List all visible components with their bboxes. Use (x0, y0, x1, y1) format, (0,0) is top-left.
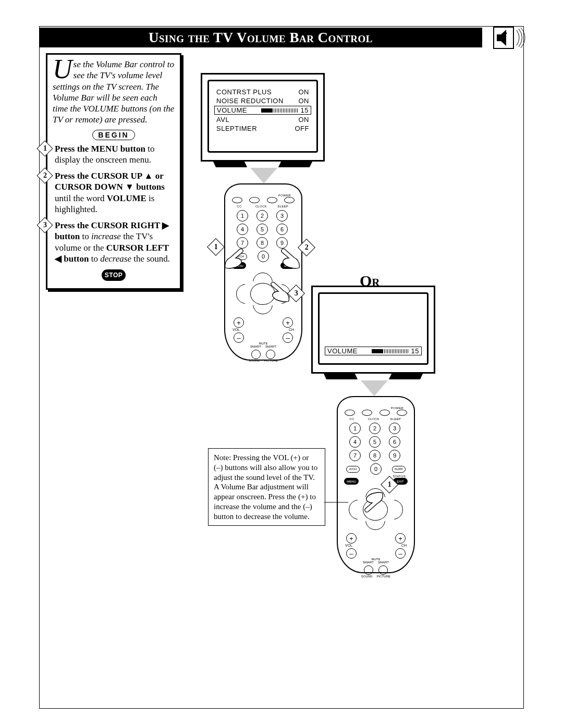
surf-button[interactable]: SURF (392, 466, 406, 473)
dropcap: U (53, 59, 74, 80)
step-1: 1 Press the MENU button to display the o… (53, 143, 175, 166)
osd-row: AVLON (215, 115, 310, 124)
oval-button[interactable] (232, 197, 242, 203)
vol-up[interactable]: + (234, 317, 244, 328)
osd-row: CONTRST PLUSON (215, 88, 310, 96)
digit-4[interactable]: 4 (237, 224, 248, 235)
osd-label: VOLUME (327, 347, 358, 355)
ach-button[interactable]: A/CH (346, 466, 360, 473)
oval-button[interactable] (380, 410, 390, 416)
vol-up[interactable]: + (346, 533, 357, 544)
stop-badge: STOP (53, 269, 175, 281)
digit-4[interactable]: 4 (349, 436, 361, 448)
step-3: 3 Press the CURSOR RIGHT ▶ button to inc… (53, 220, 175, 264)
osd-value: ON (299, 116, 310, 124)
step-2: 2 Press the CURSOR UP ▲ or CURSOR DOWN ▼… (53, 170, 175, 215)
osd-value: OFF (295, 125, 310, 132)
vol-down[interactable]: – (234, 332, 244, 343)
osd-value: ON (299, 88, 310, 96)
begin-badge: BEGIN (53, 130, 175, 140)
osd-label: AVL (216, 116, 229, 124)
osd-row: NOISE REDUCTIONON (215, 96, 310, 105)
osd-row: SLEPTIMEROFF (215, 124, 310, 133)
digit-5[interactable]: 5 (369, 436, 381, 448)
pointer-icon (250, 168, 277, 183)
oval-button[interactable] (267, 197, 277, 203)
osd-label: VOLUME (217, 106, 247, 114)
tv-screen-1: CONTRST PLUSONNOISE REDUCTIONONVOLUME15A… (201, 73, 325, 162)
smart-button[interactable] (251, 350, 261, 359)
digit-0[interactable]: 0 (370, 463, 382, 475)
ch-up[interactable]: + (283, 317, 293, 328)
oval-button[interactable] (362, 410, 372, 416)
digit-7[interactable]: 7 (349, 450, 361, 461)
digit-3[interactable]: 3 (389, 423, 400, 434)
page-title: Using the TV Volume Bar Control (39, 28, 482, 47)
pointing-hand-icon (360, 490, 386, 516)
callout-1: 1 (210, 241, 222, 253)
digit-9[interactable]: 9 (389, 450, 400, 461)
pointer-icon (361, 380, 388, 396)
digit-2[interactable]: 2 (256, 210, 268, 221)
pointing-hand-icon (266, 278, 292, 304)
smart-button[interactable] (266, 350, 275, 359)
osd-label: NOISE REDUCTION (216, 97, 284, 105)
digit-8[interactable]: 8 (369, 450, 381, 461)
menu-button[interactable]: MENU (344, 478, 359, 485)
digit-1[interactable]: 1 (349, 423, 361, 434)
osd-row: VOLUME15 (214, 106, 311, 115)
oval-button[interactable] (284, 197, 295, 203)
note-box: Note: Pressing the VOL (+) or (–) button… (208, 448, 325, 526)
osd-volume-only: VOLUME 15 (318, 292, 429, 365)
volume-bar (261, 108, 298, 113)
oval-button[interactable] (397, 410, 407, 416)
oval-button[interactable] (345, 410, 355, 416)
instruction-panel: U se the Volume Bar control to see the T… (46, 53, 181, 290)
smart-button[interactable] (378, 565, 388, 575)
digit-8[interactable]: 8 (256, 237, 268, 249)
remote-control-2: POWERCCCLOCKSLEEP123456789A/CH0SURFSTATU… (337, 396, 415, 573)
ch-down[interactable]: – (283, 332, 293, 343)
ch-down[interactable]: – (395, 548, 406, 559)
digit-5[interactable]: 5 (256, 224, 268, 235)
digit-6[interactable]: 6 (389, 436, 400, 448)
digit-0[interactable]: 0 (258, 251, 269, 262)
leader-line (324, 497, 348, 508)
remote-control-1: POWERCCCLOCKSLEEP123456789A/CH0MENUEXIT+… (224, 183, 302, 361)
intro-text: U se the Volume Bar control to see the T… (53, 59, 175, 126)
digit-6[interactable]: 6 (276, 224, 288, 235)
volume-bar (372, 349, 408, 353)
digit-2[interactable]: 2 (369, 423, 381, 434)
osd-value: 15 (261, 106, 309, 114)
pointing-hand-icon (276, 245, 302, 271)
speaker-volume-icon (493, 26, 527, 50)
smart-button[interactable] (364, 565, 373, 575)
callout-r2-1: 1 (383, 478, 396, 491)
vol-down[interactable]: – (346, 548, 357, 559)
osd-value: ON (299, 97, 310, 105)
osd-menu: CONTRST PLUSONNOISE REDUCTIONONVOLUME15A… (207, 80, 318, 153)
pointing-hand-icon (222, 245, 248, 271)
digit-1[interactable]: 1 (237, 210, 248, 221)
ch-up[interactable]: + (395, 533, 406, 544)
osd-label: SLEPTIMER (216, 125, 257, 132)
tv-screen-2: VOLUME 15 (311, 286, 435, 374)
digit-3[interactable]: 3 (276, 210, 288, 221)
osd-value: 15 (411, 347, 419, 355)
oval-button[interactable] (249, 197, 260, 203)
osd-label: CONTRST PLUS (216, 88, 272, 96)
